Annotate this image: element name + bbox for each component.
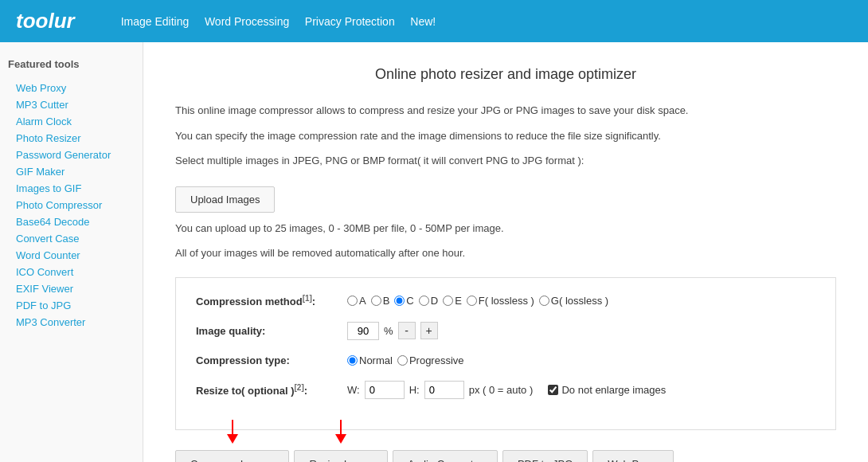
quality-percent: % [384, 325, 393, 337]
resize-arrow [335, 420, 346, 444]
image-quality-controls: % - + [347, 322, 438, 340]
compression-a[interactable]: A [347, 295, 366, 307]
compress-btn-wrapper: Compress Images [175, 450, 289, 462]
upload-note-2: All of your images will be removed autom… [175, 245, 836, 261]
nav-word-processing[interactable]: Word Processing [198, 11, 295, 32]
web-proxy-button[interactable]: Web Proxy [592, 450, 673, 462]
image-quality-label: Image quality: [196, 325, 339, 337]
compression-method-label: Compression method[1]: [196, 294, 339, 307]
nav-new[interactable]: New! [404, 11, 442, 32]
quality-increase-button[interactable]: + [420, 322, 438, 339]
resize-width-input[interactable] [365, 381, 405, 399]
type-normal[interactable]: Normal [347, 354, 393, 366]
nav-image-editing[interactable]: Image Editing [115, 11, 196, 32]
resize-btn-wrapper: Resize Image [294, 450, 387, 462]
sidebar-item-exif-viewer[interactable]: EXIF Viewer [8, 280, 135, 297]
sidebar-item-convert-case[interactable]: Convert Case [8, 230, 135, 247]
sidebar-item-photo-compressor[interactable]: Photo Compressor [8, 197, 135, 213]
upload-note-1: You can upload up to 25 images, 0 - 30MB… [175, 221, 836, 237]
description-2: You can specify the image compression ra… [175, 128, 836, 144]
resize-label: Resize to( optional )[2]: [196, 383, 339, 397]
compress-arrow-shaft [232, 420, 233, 434]
compression-type-label: Compression type: [196, 354, 339, 366]
compress-images-button[interactable]: Compress Images [175, 450, 289, 462]
resize-height-input[interactable] [424, 381, 464, 399]
type-progressive[interactable]: Progressive [397, 354, 464, 366]
quality-value-input[interactable] [347, 322, 379, 340]
settings-panel: Compression method[1]: A B C D E F( loss… [175, 277, 836, 430]
footnote-1: [1] [303, 294, 312, 303]
site-logo[interactable]: toolur [16, 9, 75, 33]
resize-px-label: px ( 0 = auto ) [469, 384, 534, 396]
resize-h-label: H: [409, 384, 420, 396]
sidebar-item-mp3-converter[interactable]: MP3 Converter [8, 314, 135, 331]
resize-controls: W: H: px ( 0 = auto ) Do not enlarge ima… [347, 381, 666, 399]
compression-f[interactable]: F( lossless ) [467, 295, 534, 307]
sidebar-item-alarm-clock[interactable]: Alarm Clock [8, 113, 135, 130]
page-title: Online photo resizer and image optimizer [175, 66, 836, 83]
main-nav: Image Editing Word Processing Privacy Pr… [115, 15, 443, 28]
sidebar-item-password-generator[interactable]: Password Generator [8, 147, 135, 163]
header: toolur Image Editing Word Processing Pri… [0, 0, 868, 42]
sidebar: Featured tools Web Proxy MP3 Cutter Alar… [0, 42, 143, 462]
description-3: Select multiple images in JPEG, PNG or B… [175, 153, 836, 169]
sidebar-title: Featured tools [8, 58, 135, 70]
audio-converter-button[interactable]: Audio Converter [393, 450, 498, 462]
compression-b[interactable]: B [371, 295, 390, 307]
action-buttons-row: Compress Images Resize Image Audio Conve… [175, 450, 836, 462]
quality-decrease-button[interactable]: - [398, 322, 416, 339]
resize-w-label: W: [347, 384, 360, 396]
resize-arrow-shaft [340, 420, 342, 434]
sidebar-item-images-to-gif[interactable]: Images to GIF [8, 180, 135, 197]
compression-type-row: Compression type: Normal Progressive [196, 354, 815, 366]
compression-e[interactable]: E [443, 295, 462, 307]
resize-image-button[interactable]: Resize Image [294, 450, 387, 462]
description-1: This online image compressor allows to c… [175, 103, 836, 119]
pdf-to-jpg-button[interactable]: PDF to JPG [502, 450, 588, 462]
resize-row: Resize to( optional )[2]: W: H: px ( 0 =… [196, 381, 815, 399]
sidebar-item-gif-maker[interactable]: GIF Maker [8, 163, 135, 180]
compression-g[interactable]: G( lossless ) [539, 295, 608, 307]
upload-images-button[interactable]: Upload Images [175, 186, 275, 213]
page-layout: Featured tools Web Proxy MP3 Cutter Alar… [0, 42, 868, 462]
image-quality-row: Image quality: % - + [196, 322, 815, 340]
sidebar-item-web-proxy[interactable]: Web Proxy [8, 80, 135, 96]
enlarge-label-text: Do not enlarge images [561, 384, 666, 396]
footnote-2: [2] [295, 383, 304, 392]
sidebar-item-ico-convert[interactable]: ICO Convert [8, 264, 135, 280]
enlarge-checkbox[interactable] [548, 385, 558, 395]
compression-method-controls: A B C D E F( lossless ) G( lossless ) [347, 295, 608, 307]
sidebar-item-mp3-cutter[interactable]: MP3 Cutter [8, 96, 135, 113]
sidebar-item-word-counter[interactable]: Word Counter [8, 247, 135, 264]
compression-d[interactable]: D [419, 295, 438, 307]
compression-method-row: Compression method[1]: A B C D E F( loss… [196, 294, 815, 307]
sidebar-item-pdf-to-jpg[interactable]: PDF to JPG [8, 297, 135, 314]
compress-arrow [227, 420, 238, 444]
sidebar-item-photo-resizer[interactable]: Photo Resizer [8, 130, 135, 147]
sidebar-item-base64-decode[interactable]: Base64 Decode [8, 213, 135, 230]
compression-type-controls: Normal Progressive [347, 354, 464, 366]
enlarge-checkbox-label[interactable]: Do not enlarge images [548, 384, 666, 396]
resize-arrow-head [335, 434, 346, 444]
compression-c[interactable]: C [394, 295, 413, 307]
main-content: Online photo resizer and image optimizer… [143, 42, 868, 462]
nav-privacy-protection[interactable]: Privacy Protection [299, 11, 401, 32]
compress-arrow-head [227, 434, 238, 444]
